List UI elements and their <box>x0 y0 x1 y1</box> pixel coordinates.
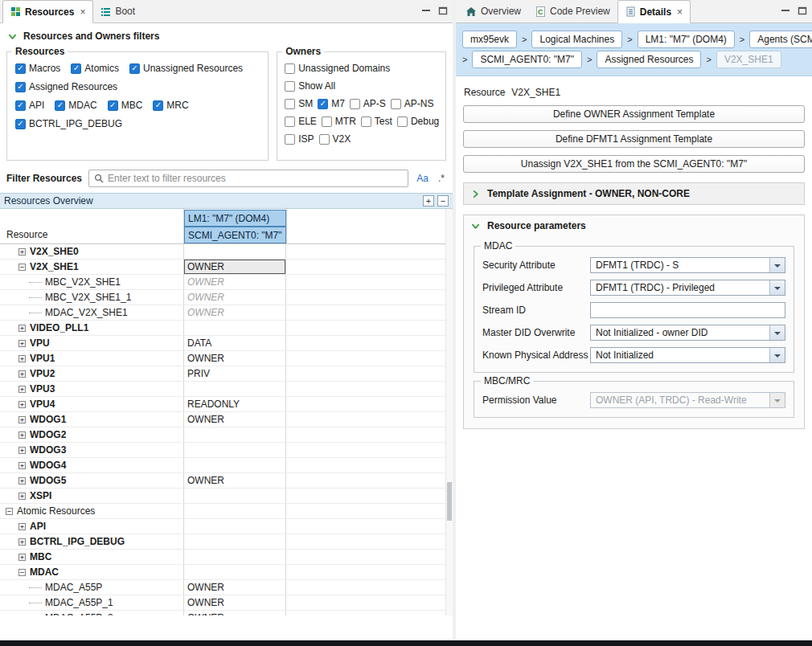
permission-cell[interactable] <box>184 458 286 472</box>
minimize-button[interactable] <box>781 6 790 18</box>
expand-icon[interactable]: + <box>18 355 26 362</box>
resource-name-cell[interactable]: +MBC <box>0 550 184 564</box>
permission-cell[interactable]: PRIV <box>184 366 286 381</box>
resource-name-cell[interactable]: MDAC_V2X_SHE1 <box>0 305 184 320</box>
checkbox-m7[interactable]: ✓M7 <box>318 98 345 109</box>
resource-name[interactable]: MDAC_V2X_SHE1 <box>45 307 128 318</box>
checkbox-assigned-resources[interactable]: ✓Assigned Resources <box>15 81 117 92</box>
tab-resources[interactable]: Resources × <box>2 0 93 23</box>
permission-cell[interactable] <box>184 382 286 396</box>
tree-row[interactable]: +V2X_SHE0 <box>0 244 453 260</box>
stream-id-input[interactable] <box>590 302 785 318</box>
resource-name-cell[interactable]: +VPU <box>0 336 184 350</box>
resource-name-cell[interactable]: +VPU1 <box>0 351 184 366</box>
match-case-button[interactable]: Aa <box>415 173 430 184</box>
define-dfmt1-assignment-template-button[interactable]: Define DFMT1 Assignment Template <box>463 130 805 148</box>
permission-cell[interactable] <box>184 489 286 503</box>
expand-icon[interactable]: + <box>18 340 26 347</box>
maximize-button[interactable] <box>798 6 807 18</box>
collapse-icon[interactable]: − <box>18 264 26 271</box>
expand-icon[interactable]: + <box>18 447 26 454</box>
checkbox-mrc[interactable]: ✓MRC <box>153 100 188 111</box>
known-physical-address-select[interactable]: Not Initialized <box>590 347 785 363</box>
expand-icon[interactable]: + <box>18 493 26 500</box>
expand-icon[interactable]: + <box>18 416 26 423</box>
expand-icon[interactable]: + <box>18 248 26 256</box>
tree-row[interactable]: +BCTRL_IPG_DEBUG <box>0 534 453 550</box>
resource-name[interactable]: MDAC_A55P <box>45 582 102 593</box>
filter-resources-input[interactable] <box>108 173 403 184</box>
resource-name-cell[interactable]: +WDOG4 <box>0 458 184 472</box>
permission-cell[interactable]: OWNER <box>184 580 286 595</box>
resource-name[interactable]: WDOG2 <box>30 429 66 440</box>
expand-icon[interactable]: + <box>18 431 26 439</box>
checkbox-macros[interactable]: ✓Macros <box>15 63 60 74</box>
resource-name[interactable]: BCTRL_IPG_DEBUG <box>30 536 125 547</box>
permission-cell[interactable]: OWNER <box>184 473 286 488</box>
vertical-scrollbar[interactable] <box>445 209 453 615</box>
checkbox-ap-s[interactable]: AP-S <box>350 98 386 109</box>
column-header-lm1[interactable]: LM1: "M7" (DOM4) <box>184 210 286 227</box>
resource-name-cell[interactable]: −MDAC <box>0 565 184 579</box>
tree-row[interactable]: +WDOG2 <box>0 427 453 443</box>
resource-name-cell[interactable]: MDAC_A55P_1 <box>0 595 184 610</box>
resource-name[interactable]: MDAC_A55P_1 <box>45 597 113 608</box>
tab-details[interactable]: Details × <box>617 0 691 23</box>
filters-section-header[interactable]: Resources and Owners filters <box>0 23 453 45</box>
column-header-scmi-agent0[interactable]: SCMI_AGENT0: "M7" <box>184 227 286 243</box>
tree-row[interactable]: +VPU1OWNER <box>0 351 453 366</box>
crumb-lm1-m7-dom4[interactable]: LM1: "M7" (DOM4) <box>638 31 735 48</box>
resource-name-cell[interactable]: −Atomic Resources <box>0 504 184 518</box>
tree-row[interactable]: +WDOG1OWNER <box>0 412 453 427</box>
permission-cell[interactable] <box>184 519 286 534</box>
tree-row[interactable]: +VPU2PRIV <box>0 366 453 382</box>
tree-row[interactable]: −MDAC <box>0 565 453 580</box>
resource-name-cell[interactable]: +XSPI <box>0 489 184 503</box>
checkbox-mbc[interactable]: ✓MBC <box>108 100 143 111</box>
checkbox-debug[interactable]: Debug <box>397 116 439 127</box>
collapse-all-button[interactable]: − <box>437 195 449 206</box>
maximize-button[interactable] <box>438 6 448 18</box>
filter-searchbox[interactable] <box>88 170 408 187</box>
crumb-mx95evk[interactable]: mx95evk <box>462 31 517 48</box>
checkbox-isp[interactable]: ISP <box>285 133 314 145</box>
close-icon[interactable]: × <box>677 6 683 18</box>
resource-name-cell[interactable]: +WDOG5 <box>0 473 184 488</box>
tab-boot[interactable]: Boot <box>93 0 142 22</box>
resource-name[interactable]: MBC <box>30 551 51 562</box>
permission-cell[interactable]: OWNER <box>184 351 286 366</box>
tree-row[interactable]: +VPU4READONLY <box>0 397 453 412</box>
regex-button[interactable]: .* <box>437 173 446 184</box>
permission-cell[interactable]: OWNER <box>184 260 286 274</box>
tree-row[interactable]: −Atomic Resources <box>0 504 453 519</box>
scrollbar-thumb[interactable] <box>447 482 452 521</box>
resource-name[interactable]: WDOG3 <box>30 444 66 456</box>
resource-name[interactable]: MDAC_A55P_2 <box>45 612 113 615</box>
tree-row[interactable]: +MBC <box>0 550 453 565</box>
permission-cell[interactable] <box>184 427 286 442</box>
define-owner-assignment-template-button[interactable]: Define OWNER Assignment Template <box>463 105 805 123</box>
resource-name[interactable]: VPU4 <box>30 399 55 410</box>
checkbox-ele[interactable]: ELE <box>285 116 317 127</box>
permission-cell[interactable]: OWNER <box>184 595 286 610</box>
resource-name-cell[interactable]: MBC_V2X_SHE1_1 <box>0 290 184 305</box>
template-assignment-header[interactable]: Template Assignment - OWNER, NON-CORE <box>464 183 804 204</box>
permission-cell[interactable]: OWNER <box>184 290 286 305</box>
expand-icon[interactable]: + <box>18 477 26 484</box>
resource-name[interactable]: WDOG1 <box>30 414 66 425</box>
checkbox-ap-ns[interactable]: AP-NS <box>391 98 434 109</box>
resource-name[interactable]: WDOG4 <box>30 460 66 471</box>
resource-name-cell[interactable]: +VPU2 <box>0 366 184 381</box>
checkbox-mdac[interactable]: ✓MDAC <box>55 100 96 111</box>
expand-icon[interactable]: + <box>18 370 26 378</box>
resource-name-cell[interactable]: +VPU4 <box>0 397 184 411</box>
tree-row[interactable]: +WDOG5OWNER <box>0 473 453 489</box>
resource-name[interactable]: MDAC <box>30 566 59 578</box>
tree-row[interactable]: MBC_V2X_SHE1OWNER <box>0 275 453 290</box>
resource-name-cell[interactable]: +WDOG3 <box>0 443 184 457</box>
expand-icon[interactable]: + <box>18 523 26 530</box>
resource-name-cell[interactable]: MDAC_A55P_2 <box>0 611 184 615</box>
master-did-overwrite-select[interactable]: Not Initialized - owner DID <box>590 325 785 341</box>
checkbox-sm[interactable]: SM <box>285 98 313 109</box>
resource-name[interactable]: API <box>30 521 46 532</box>
